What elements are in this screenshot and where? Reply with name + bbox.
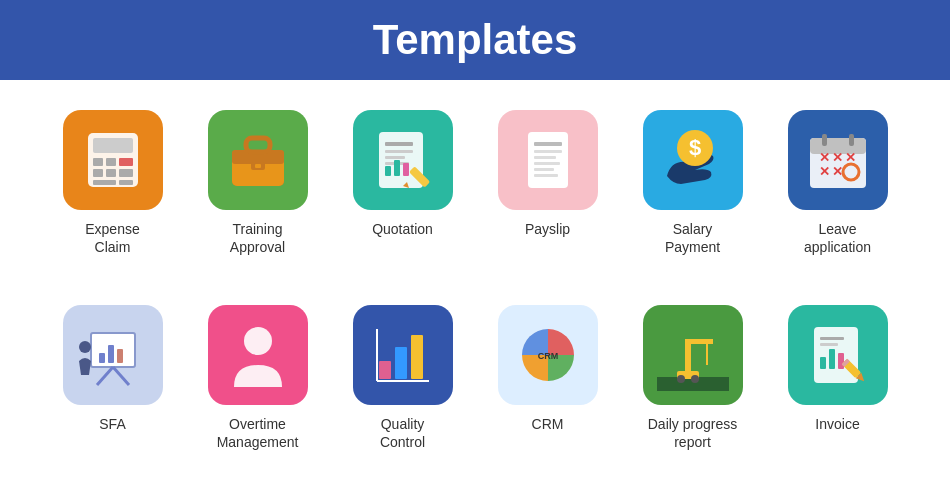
svg-rect-32 <box>534 174 558 177</box>
leave-application-label: Leaveapplication <box>804 220 871 256</box>
svg-rect-68 <box>814 327 858 383</box>
leave-application-icon: ✕ ✕ ✕ ✕ ✕ <box>788 110 888 210</box>
template-leave-application[interactable]: ✕ ✕ ✕ ✕ ✕ Leaveapplication <box>765 110 910 295</box>
sfa-label: SFA <box>99 415 125 433</box>
sfa-icon <box>63 305 163 405</box>
svg-rect-26 <box>528 132 568 188</box>
template-expense-claim[interactable]: ExpenseClaim <box>40 110 185 295</box>
invoice-icon <box>788 305 888 405</box>
payslip-label: Payslip <box>525 220 570 238</box>
svg-rect-4 <box>119 158 133 166</box>
template-payslip[interactable]: Payslip <box>475 110 620 295</box>
svg-text:✕: ✕ <box>832 164 843 179</box>
quality-control-icon <box>353 305 453 405</box>
crm-icon: CRM <box>498 305 598 405</box>
daily-progress-report-label: Daily progressreport <box>648 415 737 451</box>
svg-text:CRM: CRM <box>537 351 558 361</box>
daily-progress-report-icon <box>643 305 743 405</box>
quality-control-label: QualityControl <box>380 415 425 451</box>
svg-rect-17 <box>385 142 413 146</box>
svg-rect-31 <box>534 168 554 171</box>
training-approval-icon <box>208 110 308 210</box>
svg-rect-44 <box>849 134 854 146</box>
template-quality-control[interactable]: QualityControl <box>330 305 475 490</box>
svg-rect-29 <box>534 156 556 159</box>
svg-rect-71 <box>838 353 844 369</box>
svg-rect-15 <box>255 164 261 168</box>
svg-rect-54 <box>395 347 407 379</box>
svg-rect-9 <box>119 180 133 185</box>
svg-rect-70 <box>829 349 835 369</box>
template-daily-progress-report[interactable]: Daily progressreport <box>620 305 765 490</box>
template-sfa[interactable]: SFA <box>40 305 185 490</box>
overtime-management-label: OvertimeManagement <box>217 415 299 451</box>
svg-rect-43 <box>822 134 827 146</box>
page-title: Templates <box>373 16 578 64</box>
overtime-management-icon <box>208 305 308 405</box>
svg-rect-19 <box>385 156 405 159</box>
svg-rect-72 <box>820 337 844 340</box>
svg-line-49 <box>97 367 113 385</box>
payslip-icon <box>498 110 598 210</box>
salary-payment-icon: $ <box>643 110 743 210</box>
svg-rect-46 <box>99 353 105 363</box>
svg-rect-5 <box>93 169 103 177</box>
expense-claim-icon <box>63 110 163 210</box>
quotation-label: Quotation <box>372 220 433 238</box>
quotation-icon <box>353 110 453 210</box>
salary-payment-label: SalaryPayment <box>665 220 720 256</box>
svg-rect-2 <box>93 158 103 166</box>
expense-claim-label: ExpenseClaim <box>85 220 139 256</box>
svg-rect-13 <box>246 138 270 152</box>
svg-rect-53 <box>379 361 391 379</box>
svg-rect-73 <box>820 343 838 346</box>
svg-text:✕: ✕ <box>819 164 830 179</box>
svg-rect-6 <box>106 169 116 177</box>
svg-rect-23 <box>403 163 409 176</box>
svg-rect-21 <box>385 166 391 176</box>
training-approval-label: TrainingApproval <box>230 220 285 256</box>
svg-rect-27 <box>534 142 562 146</box>
svg-rect-47 <box>108 345 114 363</box>
template-training-approval[interactable]: TrainingApproval <box>185 110 330 295</box>
svg-text:$: $ <box>688 135 700 160</box>
svg-rect-16 <box>379 132 423 188</box>
svg-text:✕: ✕ <box>819 150 830 165</box>
svg-rect-1 <box>93 138 133 153</box>
invoice-label: Invoice <box>815 415 859 433</box>
template-invoice[interactable]: Invoice <box>765 305 910 490</box>
svg-rect-7 <box>119 169 133 177</box>
svg-rect-22 <box>394 160 400 176</box>
svg-rect-55 <box>411 335 423 379</box>
svg-rect-8 <box>93 180 116 185</box>
templates-grid: ExpenseClaim TrainingApproval <box>0 80 950 500</box>
svg-line-50 <box>113 367 129 385</box>
svg-point-52 <box>244 327 272 355</box>
svg-rect-30 <box>534 162 560 165</box>
svg-rect-3 <box>106 158 116 166</box>
svg-point-51 <box>79 341 91 353</box>
template-salary-payment[interactable]: $ SalaryPayment <box>620 110 765 295</box>
svg-text:✕: ✕ <box>832 150 843 165</box>
svg-rect-48 <box>117 349 123 363</box>
template-overtime-management[interactable]: OvertimeManagement <box>185 305 330 490</box>
svg-rect-69 <box>820 357 826 369</box>
page-header: Templates <box>0 0 950 80</box>
template-quotation[interactable]: Quotation <box>330 110 475 295</box>
svg-rect-18 <box>385 150 413 153</box>
crm-label: CRM <box>532 415 564 433</box>
template-crm[interactable]: CRM CRM <box>475 305 620 490</box>
svg-rect-28 <box>534 150 562 153</box>
